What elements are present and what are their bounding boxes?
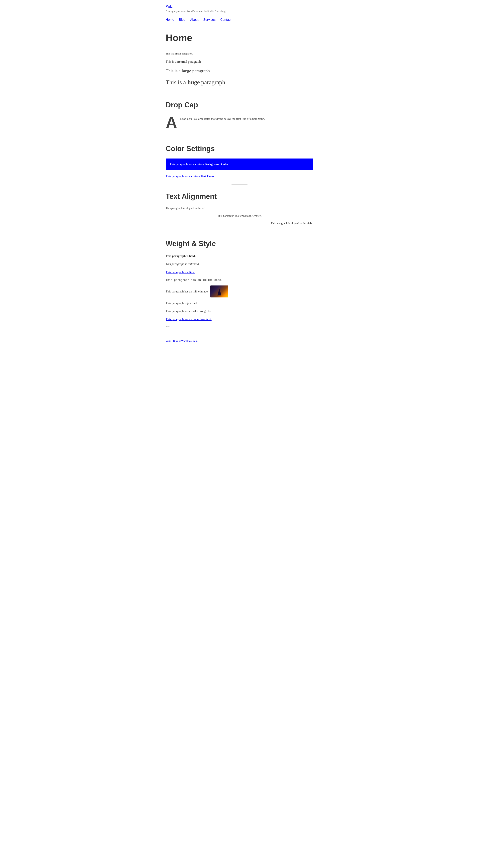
align-left-paragraph: This paragraph is aligned to the left. [166,206,313,210]
code-paragraph: This paragraph has an inline code. [166,278,313,282]
nav-about[interactable]: About [190,18,199,21]
footer-site-name: Varia [166,339,172,342]
italic-paragraph: This paragraph is italicized. [166,261,313,266]
image-stars: ★ · · ★ · [211,286,214,288]
footer-site-link[interactable]: Varia [166,339,171,342]
color-settings-title: Color Settings [166,143,313,155]
site-description: A design system for WordPress sites buil… [166,9,313,13]
weight-style-section: Weight & Style This paragraph is bold. T… [166,238,313,321]
site-title[interactable]: Varia [166,4,313,9]
text-alignment-section: Text Alignment This paragraph is aligned… [166,191,313,226]
underline-link[interactable]: This paragraph has an underlined text. [166,318,212,321]
align-right-paragraph: This paragraph is aligned to the right. [166,221,313,226]
inline-image: ★ · · ★ · [210,285,228,298]
align-center-paragraph: This paragraph is aligned to the center. [166,214,313,218]
justified-paragraph: This paragraph is justified. [166,301,313,305]
paragraph-sizes-section: This is a small paragraph. This is a nor… [166,52,313,87]
underline-paragraph: This paragraph has an underlined text. [166,317,313,322]
link-paragraph-link[interactable]: This paragraph is a link. [166,271,195,274]
paragraph-huge: This is a huge paragraph. [166,78,313,87]
site-footer: Varia . Blog at WordPress.com. [166,335,313,343]
drop-cap-description: Drop Cap is a large letter that drops be… [180,115,265,121]
strikethrough-paragraph: This paragraph has a strikethrough text. [166,309,313,313]
drop-cap-container: A Drop Cap is a large letter that drops … [166,115,313,131]
paragraph-large: This is a large paragraph. [166,67,313,74]
nav-contact[interactable]: Contact [220,18,231,21]
footer-wp-link[interactable]: Blog at WordPress.com. [173,339,198,342]
link-paragraph: This paragraph is a link. [166,270,313,275]
nav-blog[interactable]: Blog [179,18,185,21]
drop-cap-letter: A [166,115,177,131]
divider-3 [231,184,248,185]
paragraph-small: This is a small paragraph. [166,52,313,56]
paragraph-normal: This is a normal paragraph. [166,59,313,64]
color-settings-section: Color Settings This paragraph has a cust… [166,143,313,179]
nav-services[interactable]: Services [203,18,216,21]
text-alignment-title: Text Alignment [166,191,313,202]
inline-image-paragraph: This paragraph has an inline image. ★ · … [166,285,313,298]
nav-home[interactable]: Home [166,18,174,21]
drop-cap-title: Drop Cap [166,99,313,111]
bold-paragraph: This paragraph is bold. [166,253,313,258]
site-branding: Varia A design system for WordPress site… [166,4,313,13]
main-navigation: Home Blog About Services Contact [166,17,313,22]
drop-cap-section: Drop Cap A Drop Cap is a large letter th… [166,99,313,131]
edit-link-container: Edit [166,325,313,329]
background-color-paragraph: This paragraph has a custom Background C… [166,158,313,170]
weight-style-title: Weight & Style [166,238,313,250]
page-title: Home [166,30,313,46]
text-color-paragraph: This paragraph has a custom Text Color. [166,174,313,179]
divider-1 [231,93,248,93]
edit-link[interactable]: Edit [166,325,170,328]
